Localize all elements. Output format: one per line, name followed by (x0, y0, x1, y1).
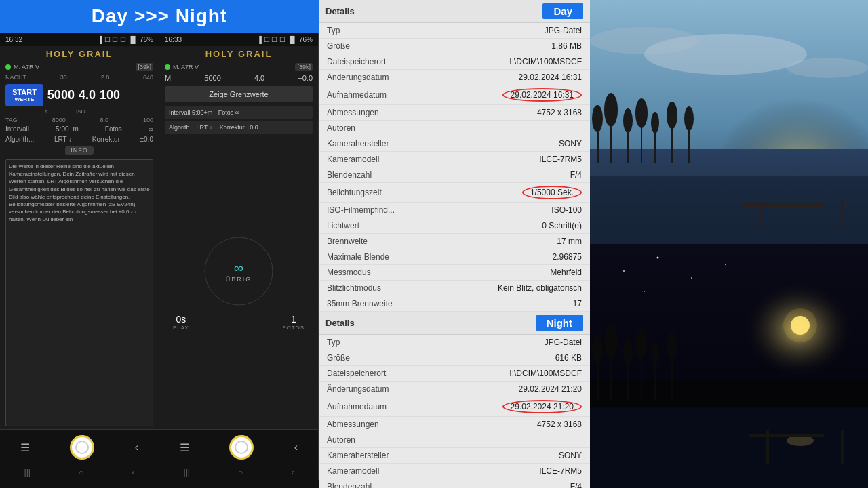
highlighted-value: 1/5000 Sek. (522, 186, 582, 199)
phone2-cam-info: M: A7R V [39k] (159, 62, 318, 73)
phone2-grenzwerte[interactable]: Zeige Grenzwerte (165, 86, 313, 102)
phone2-play-group: 0s PLAY (173, 314, 189, 331)
phone2-nav-bars[interactable]: ||| (184, 468, 190, 477)
phone1-werte-label: WERTE (12, 96, 37, 102)
phone2-interval-algo: Intervall 5:00+m Fotos ∞ (165, 106, 313, 119)
day-row-value: SONY (441, 136, 590, 152)
day-section: Details Day TypJPG-DateiGröße1,86 MBDate… (319, 0, 590, 312)
phone1-tag-val2: 8.0 (100, 117, 109, 123)
night-row-value: F/4 (441, 479, 590, 489)
day-night-banner: Day >>> Night (0, 0, 319, 33)
phone2-interval-box: Intervall 5:00+m Fotos ∞ (165, 106, 313, 119)
day-table-row: Änderungsdatum29.02.2024 16:31 (319, 70, 590, 85)
phone1-info-tag-container: INFO (0, 146, 159, 155)
day-row-value: 2.96875 (441, 249, 590, 265)
phone2-ubrig-label: ÜBRIG (226, 275, 252, 282)
phone1-f-val: 4.0 (79, 88, 96, 102)
night-table-row: Autoren (319, 432, 590, 448)
phone2-dial-center: ∞ ÜBRIG (226, 260, 252, 282)
phone1-back-icon[interactable]: ‹ (135, 441, 138, 453)
night-table-row: Größe616 KB (319, 350, 590, 366)
phone1-cam-info: M: A7R V [39k] (0, 62, 159, 73)
svg-point-40 (604, 323, 618, 357)
night-row-value (441, 432, 590, 448)
night-section-header: Details Night (319, 312, 590, 335)
phone2-nav-back[interactable]: ‹ (291, 468, 294, 477)
day-row-value: 29.02.2024 16:31 (441, 85, 590, 105)
phone1-start-button[interactable]: START WERTE (5, 84, 43, 106)
day-row-value: ILCE-7RM5 (441, 152, 590, 167)
night-table-row: Änderungsdatum29.02.2024 21:20 (319, 382, 590, 397)
day-row-label: Blitzlichtmodus (319, 281, 441, 296)
day-row-label: Blendenzahl (319, 167, 441, 183)
phone1-algo-row: Algorith... LRT ↓ Korrektur ±0.0 (0, 134, 159, 144)
highlighted-value: 29.02.2024 21:20 (502, 400, 582, 413)
phone2-algo-row: Algorith... LRT ↓ Korrektur ±0.0 (165, 121, 313, 134)
svg-point-35 (644, 291, 645, 292)
phone1-nacht-val3: 640 (143, 74, 153, 81)
phone2-fotos-count-val: 1 (283, 314, 304, 325)
svg-rect-25 (760, 200, 762, 227)
svg-point-16 (635, 98, 648, 128)
phone1-shutter-button[interactable] (70, 435, 94, 460)
phone1-interval-row: Intervall 5:00+m Fotos ∞ (0, 124, 159, 134)
phone1-algo-label: Algorith... (5, 136, 34, 143)
svg-point-38 (592, 336, 603, 363)
night-row-label: Aufnahmedatum (319, 397, 441, 417)
phone1-fotos-val: ∞ (149, 125, 153, 133)
phone2-status-bar: 16:33 ▐ ☐ ☐ ☐ ▐▌ 76% (159, 33, 318, 46)
phone2-back-icon[interactable]: ‹ (294, 441, 298, 453)
phone2-nav-circle[interactable]: ○ (238, 468, 243, 477)
phone2-bottom-bar: ☰ ‹ (159, 429, 318, 465)
phone2-algo-val: LRT ↓ (197, 124, 213, 131)
night-badge: Night (536, 315, 583, 331)
photo-day (590, 0, 868, 244)
phone2-infinity-icon: ∞ (226, 260, 252, 275)
phone1-menu-icon[interactable]: ☰ (20, 441, 30, 454)
phone1-iso-lbl: ISO (76, 108, 85, 115)
svg-point-33 (691, 277, 692, 279)
night-row-value: ILCE-7RM5 (441, 464, 590, 479)
night-section-title: Details (326, 318, 355, 328)
phone1-start-label: START (12, 88, 37, 96)
phone1-nav-back[interactable]: ‹ (132, 468, 134, 477)
day-table-row: TypJPG-Datei (319, 23, 590, 39)
day-table-row: Maximale Blende2.96875 (319, 249, 590, 265)
day-row-label: 35mm Brennweite (319, 296, 441, 312)
phone1-korr-label: Korrektur (92, 136, 120, 143)
phone2-shutter-button[interactable] (229, 435, 254, 460)
day-table-row: KameraherstellerSONY (319, 136, 590, 152)
svg-point-31 (623, 270, 625, 272)
right-panel: Details Day TypJPG-DateiGröße1,86 MBDate… (319, 0, 868, 488)
phone1-info-tag: INFO (65, 146, 94, 155)
svg-rect-49 (590, 407, 868, 488)
day-section-header: Details Day (319, 0, 590, 23)
phone2-fotos-val: ∞ (235, 109, 239, 116)
svg-rect-53 (841, 430, 844, 464)
day-table-row: KameramodellILCE-7RM5 (319, 152, 590, 167)
night-detail-table: TypJPG-DateiGröße616 KBDateispeicherortI… (319, 335, 590, 488)
phone1-shutter-inner (75, 441, 89, 454)
phone1-labels: NACHT 30 2.8 640 (0, 73, 159, 82)
phone1-nav-circle[interactable]: ○ (79, 468, 83, 477)
day-section-title: Details (326, 6, 355, 16)
phone2-fotos-count-label: FOTOS (283, 325, 304, 331)
phone1-time: 16:32 (5, 36, 22, 43)
day-row-label: ISO-Filmempfind... (319, 203, 441, 218)
phone1-nav-bars[interactable]: ||| (24, 468, 31, 477)
night-row-label: Kamerahersteller (319, 448, 441, 464)
photo-night (590, 244, 868, 488)
phone2-menu-icon[interactable]: ☰ (180, 441, 189, 454)
phone2-fotos-label: Fotos (218, 109, 234, 116)
phone2-m-val: 5000 (204, 74, 220, 82)
day-row-label: Änderungsdatum (319, 70, 441, 85)
day-row-label: Dateispeicherort (319, 54, 441, 70)
phone1-start-row: START WERTE 5000 4.0 100 (0, 82, 159, 108)
phone1-algo-val: LRT ↓ (54, 136, 72, 143)
phone1-status-bar: 16:32 ▐ ☐ ☐ ☐ ▐▌ 76% (0, 33, 159, 46)
svg-point-20 (667, 102, 677, 129)
night-row-value: 616 KB (441, 350, 590, 366)
phone1-nav: ||| ○ ‹ (0, 465, 159, 480)
phone1-nacht-label: NACHT (5, 74, 26, 81)
phone2-algo-label: Algorith... (169, 124, 195, 131)
